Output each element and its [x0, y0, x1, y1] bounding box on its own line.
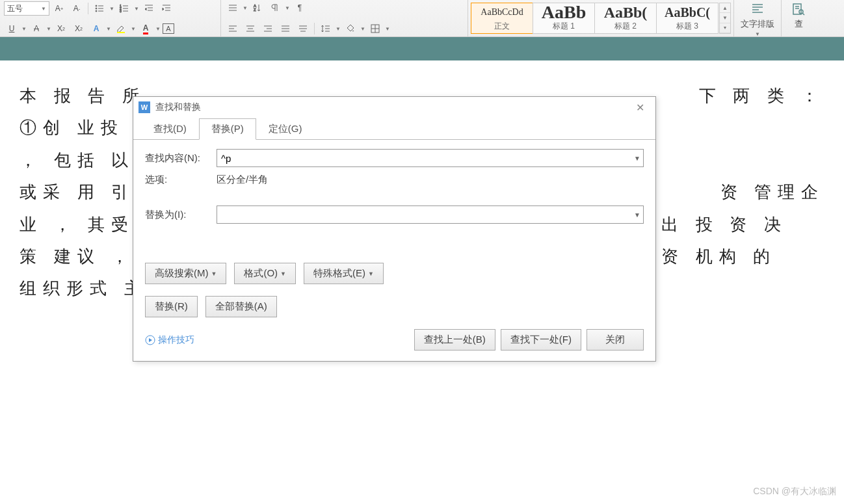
- layout-band: 文字排版 ▼: [734, 0, 782, 36]
- tab-icon[interactable]: [225, 1, 241, 14]
- find-prev-button[interactable]: 查找上一处(B): [414, 329, 495, 351]
- find-next-button[interactable]: 查找下一处(F): [501, 329, 581, 351]
- shading-icon[interactable]: [343, 22, 358, 35]
- svg-marker-19: [163, 8, 164, 10]
- dialog-titlebar[interactable]: W 查找和替换 ✕: [133, 97, 655, 118]
- special-format-button[interactable]: 特殊格式(E) ▼: [304, 263, 384, 284]
- chevron-down-icon[interactable]: ▼: [634, 155, 640, 162]
- svg-rect-20: [117, 32, 125, 33]
- replace-button[interactable]: 替换(R): [145, 296, 198, 317]
- borders-icon[interactable]: [367, 22, 383, 35]
- paragraph-band: ▼ AZ ▼ ¶ ▼ ▼ ▼: [221, 0, 468, 36]
- indent-right-icon[interactable]: [159, 2, 174, 15]
- chevron-down-icon[interactable]: ▼: [336, 22, 341, 35]
- separator: [314, 23, 315, 34]
- replace-label: 替换为(I):: [145, 209, 217, 221]
- chevron-down-icon[interactable]: ▼: [134, 2, 139, 15]
- line-spacing-icon[interactable]: [318, 22, 334, 35]
- tips-link[interactable]: 操作技巧: [145, 334, 194, 346]
- find-label: 查: [795, 18, 803, 30]
- char-border-icon[interactable]: A: [163, 23, 174, 34]
- chevron-down-icon[interactable]: ▼: [385, 22, 390, 35]
- watermark: CSDN @有大冰临渊: [753, 486, 836, 497]
- ruler-strip: [0, 37, 844, 60]
- chevron-down-icon[interactable]: ▼: [285, 1, 290, 14]
- svg-point-0: [96, 5, 97, 7]
- options-value: 区分全/半角: [217, 174, 268, 186]
- style-preview: AaBbC(: [665, 4, 710, 21]
- advanced-search-button[interactable]: 高级搜索(M) ▼: [145, 263, 226, 284]
- find-input[interactable]: ^p▼: [217, 149, 644, 167]
- replace-input[interactable]: ▼: [217, 206, 644, 224]
- style-h2[interactable]: AaBb( 标题 2: [594, 3, 657, 34]
- dialog-footer: 操作技巧 查找上一处(B) 查找下一处(F) 关闭: [133, 324, 655, 361]
- chevron-down-icon[interactable]: ▼: [360, 22, 365, 35]
- dialog-title: 查找和替换: [155, 101, 201, 113]
- svg-point-2: [96, 8, 97, 9]
- style-scroll[interactable]: ▲▼▾: [719, 3, 731, 34]
- chevron-down-icon[interactable]: ▼: [243, 1, 248, 14]
- close-icon[interactable]: ✕: [629, 98, 650, 116]
- svg-marker-57: [149, 338, 152, 342]
- superscript-icon[interactable]: X2: [53, 22, 69, 35]
- decrease-font-icon[interactable]: A-: [69, 2, 85, 15]
- align-center-icon[interactable]: [243, 22, 258, 35]
- style-name: 标题 3: [676, 21, 698, 33]
- increase-font-icon[interactable]: A+: [51, 2, 67, 15]
- tab-replace[interactable]: 替换(P): [199, 118, 256, 140]
- chevron-down-icon[interactable]: ▼: [155, 22, 161, 35]
- style-name: 标题 2: [614, 21, 637, 33]
- dialog-tabs: 查找(D) 替换(P) 定位(G): [133, 118, 655, 139]
- style-name: 正文: [494, 21, 510, 33]
- highlight-icon[interactable]: [113, 22, 129, 35]
- style-normal[interactable]: AaBbCcDd 正文: [471, 3, 533, 34]
- style-preview: AaBb(: [604, 4, 648, 21]
- sort-icon[interactable]: AZ: [250, 1, 265, 14]
- style-h3[interactable]: AaBbC( 标题 3: [656, 3, 719, 34]
- find-replace-dialog: W 查找和替换 ✕ 查找(D) 替换(P) 定位(G) 查找内容(N): ^p▼…: [133, 96, 656, 362]
- chevron-down-icon[interactable]: ▼: [634, 211, 640, 219]
- tab-goto[interactable]: 定位(G): [256, 118, 315, 140]
- svg-line-55: [802, 13, 804, 15]
- strikethrough-icon[interactable]: A: [29, 22, 44, 35]
- align-distribute-icon[interactable]: [295, 22, 311, 35]
- show-marks-icon[interactable]: [267, 1, 283, 14]
- underline-icon[interactable]: U: [4, 22, 20, 35]
- align-right-icon[interactable]: [260, 22, 276, 35]
- format-button[interactable]: 格式(O) ▼: [234, 263, 296, 284]
- svg-text:3: 3: [120, 9, 122, 13]
- chevron-down-icon[interactable]: ▼: [131, 22, 136, 35]
- dialog-body: 查找内容(N): ^p▼ 选项: 区分全/半角 替换为(I): ▼ 高级搜索(M…: [133, 139, 655, 324]
- chevron-down-icon[interactable]: ▼: [109, 2, 114, 15]
- bullet-list-icon[interactable]: [92, 2, 107, 15]
- replace-all-button[interactable]: 全部替换(A): [205, 296, 277, 317]
- find-button[interactable]: 查: [785, 1, 811, 30]
- font-size-combo[interactable]: 五号▼: [4, 1, 49, 16]
- svg-point-4: [96, 10, 97, 12]
- align-justify-icon[interactable]: [278, 22, 293, 35]
- align-left-icon[interactable]: [225, 22, 241, 35]
- styles-band: AaBbCcDd 正文 AaBb 标题 1 AaBb( 标题 2 AaBbC( …: [468, 0, 734, 36]
- tab-find[interactable]: 查找(D): [141, 118, 199, 140]
- chevron-down-icon[interactable]: ▼: [106, 22, 111, 35]
- svg-text:Z: Z: [254, 8, 256, 12]
- find-label: 查找内容(N):: [145, 152, 217, 165]
- indent-left-icon[interactable]: [141, 2, 157, 15]
- chevron-down-icon[interactable]: ▼: [21, 22, 27, 35]
- subscript-icon[interactable]: X2: [71, 22, 86, 35]
- style-preview: AaBbCcDd: [481, 4, 523, 21]
- style-h1[interactable]: AaBb 标题 1: [533, 3, 595, 34]
- font-color-icon[interactable]: A: [138, 22, 153, 35]
- chevron-down-icon[interactable]: ▼: [46, 22, 51, 35]
- number-list-icon[interactable]: 123: [116, 2, 132, 15]
- options-label: 选项:: [145, 174, 217, 186]
- play-icon: [145, 335, 155, 345]
- find-band: 查: [782, 0, 815, 36]
- styles-gallery[interactable]: AaBbCcDd 正文 AaBb 标题 1 AaBb( 标题 2 AaBbC( …: [471, 3, 731, 34]
- text-layout-button[interactable]: 文字排版 ▼: [738, 1, 777, 37]
- text-effects-icon[interactable]: A: [88, 22, 104, 35]
- app-icon: W: [138, 101, 150, 113]
- close-button[interactable]: 关闭: [587, 329, 644, 351]
- paragraph-mark-icon[interactable]: ¶: [292, 1, 308, 14]
- doc-line: 本 报 告 所: [20, 80, 146, 112]
